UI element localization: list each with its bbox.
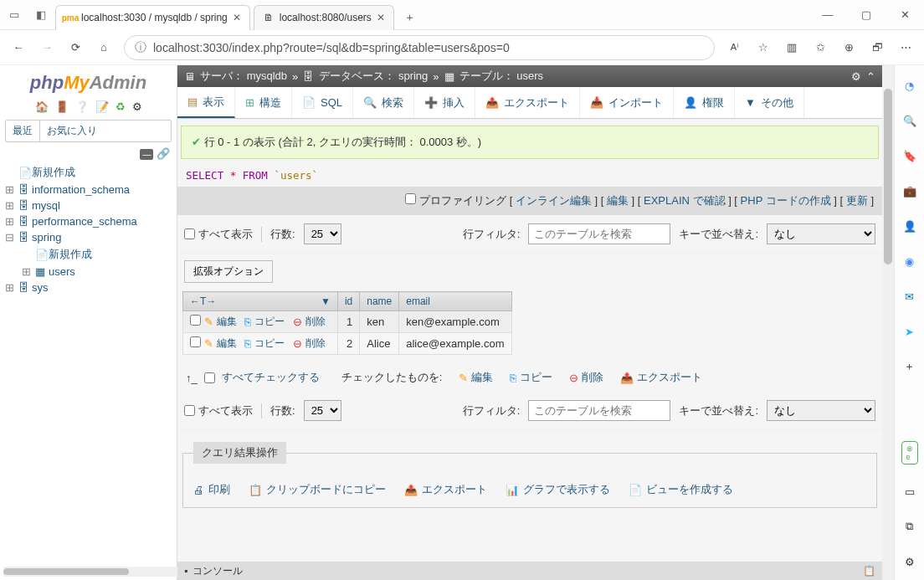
settings-icon[interactable]: ⚙ (132, 100, 142, 113)
row-edit[interactable]: 編集 (217, 315, 237, 329)
extensions-icon[interactable]: 🗗 (869, 39, 886, 56)
split-screen-icon[interactable]: ▥ (783, 39, 800, 56)
refresh-button[interactable]: ⟳ (67, 39, 84, 56)
send-icon[interactable]: ➤ (901, 323, 918, 340)
tab-insert[interactable]: ➕挿入 (414, 87, 475, 118)
tree-spring-users[interactable]: ⊞▦users (18, 264, 175, 280)
inline-edit-link[interactable]: インライン編集 (516, 194, 592, 207)
outlook-icon[interactable]: ✉ (901, 288, 918, 305)
row-copy[interactable]: コピー (254, 315, 285, 329)
qr-export[interactable]: 📤エクスポート (404, 482, 487, 497)
close-icon[interactable]: ✕ (377, 12, 385, 23)
more-icon[interactable]: ⋯ (897, 39, 914, 56)
back-button[interactable]: ← (10, 39, 27, 56)
tree-spring-new[interactable]: 📄新規作成 (18, 245, 175, 264)
sidebar-link-icon[interactable]: ⧉ (901, 518, 918, 535)
search-table-input[interactable] (528, 223, 670, 244)
explain-link[interactable]: EXPLAIN で確認 (644, 194, 726, 207)
phpcode-link[interactable]: PHP コードの作成 (741, 194, 831, 207)
col-id[interactable]: id (337, 292, 359, 311)
tab-more[interactable]: ▼その他 (735, 87, 804, 118)
bulk-delete[interactable]: 削除 (582, 370, 603, 385)
tree-new[interactable]: 📄新規作成 (2, 163, 175, 182)
new-tab-button[interactable]: ＋ (398, 5, 423, 30)
tree-mysql[interactable]: ⊞🗄mysql (2, 198, 175, 213)
search-table-input[interactable] (528, 400, 670, 421)
logout-icon[interactable]: 🚪 (55, 100, 69, 113)
qr-clipboard[interactable]: 📋クリップボードにコピー (249, 482, 386, 497)
settings-icon[interactable]: ⚙ (901, 553, 918, 570)
collapse-icon[interactable]: — (140, 149, 153, 160)
tools-icon[interactable]: 💼 (901, 182, 918, 199)
row-edit[interactable]: 編集 (217, 336, 237, 351)
row-delete[interactable]: 削除 (305, 315, 326, 329)
url-bar[interactable]: ⓘ localhost:3030/index.php?route=/sql&db… (124, 35, 715, 60)
sort-select[interactable]: なし (767, 223, 875, 244)
tree-sys[interactable]: ⊞🗄sys (2, 280, 175, 295)
close-window-button[interactable]: ✕ (886, 0, 924, 30)
favorite-tab[interactable]: お気に入り (40, 121, 104, 141)
tab-import[interactable]: 📥インポート (580, 87, 674, 118)
tab-search[interactable]: 🔍検索 (353, 87, 414, 118)
row-copy[interactable]: コピー (254, 336, 285, 351)
games-icon[interactable]: 👤 (901, 218, 918, 234)
tree-spring[interactable]: ⊟🗄spring (2, 229, 175, 245)
maximize-button[interactable]: ▢ (847, 0, 886, 30)
showall-checkbox[interactable] (184, 405, 195, 416)
copilot-icon[interactable]: ◔ (901, 77, 918, 94)
reload-icon[interactable]: ♻ (116, 100, 126, 113)
bulk-edit[interactable]: 編集 (471, 370, 493, 385)
pma-logo[interactable]: phpMyAdmin (0, 65, 177, 97)
tab-export[interactable]: 📤エクスポート (475, 87, 580, 118)
browser-tab-1[interactable]: pma localhost:3030 / mysqldb / spring ✕ (55, 5, 250, 30)
add-sidebar-icon[interactable]: ＋ (901, 358, 918, 375)
row-checkbox[interactable] (190, 315, 201, 326)
tab-sql[interactable]: 📄SQL (292, 87, 353, 118)
tab-privileges[interactable]: 👤権限 (674, 87, 735, 118)
console-settings-icon[interactable]: 📋 (863, 565, 875, 577)
qr-print[interactable]: 🖨印刷 (193, 482, 230, 497)
home-button[interactable]: ⌂ (95, 39, 112, 56)
collections-icon[interactable]: ⊕ (840, 39, 857, 56)
browser-tab-2[interactable]: 🗎 localhost:8080/users ✕ (254, 5, 394, 30)
hide-sidebar-icon[interactable]: ▭ (901, 483, 918, 500)
favorite-icon[interactable]: ☆ (755, 39, 772, 56)
shopping-icon[interactable]: 🔖 (901, 147, 918, 164)
minimize-button[interactable]: — (808, 0, 847, 30)
read-aloud-icon[interactable]: A⁾ (726, 39, 743, 56)
performance-icon[interactable]: ⊗e (901, 441, 918, 465)
home-icon[interactable]: 🏠 (35, 100, 49, 113)
gear-icon[interactable]: ⚙ (851, 70, 861, 83)
search-icon[interactable]: 🔍 (901, 112, 918, 129)
m365-icon[interactable]: ◉ (901, 253, 918, 269)
recent-tab[interactable]: 最近 (6, 121, 40, 141)
favorites-icon[interactable]: ✩ (812, 39, 829, 56)
collapse-top-icon[interactable]: ⌃ (866, 70, 875, 83)
qr-chart[interactable]: 📊グラフで表示する (506, 482, 610, 497)
rows-select[interactable]: 25 (304, 400, 341, 421)
site-info-icon[interactable]: ⓘ (135, 40, 146, 55)
refresh-link[interactable]: 更新 (846, 194, 868, 207)
close-icon[interactable]: ✕ (233, 12, 241, 23)
col-t[interactable]: ←T→ ▼ (183, 292, 338, 311)
docs-icon[interactable]: ❔ (75, 100, 89, 113)
sort-select[interactable]: なし (767, 400, 875, 421)
console-bar[interactable]: ▪ コンソール 📋 (177, 562, 882, 580)
tree-information-schema[interactable]: ⊞🗄information_schema (2, 182, 175, 198)
vertical-scrollbar[interactable] (882, 65, 894, 580)
sidebar-toggle-icon[interactable]: ◧ (33, 8, 49, 23)
bulk-copy[interactable]: コピー (520, 370, 552, 385)
row-checkbox[interactable] (190, 336, 201, 347)
tab-browse[interactable]: ▤表示 (177, 87, 235, 118)
qr-view[interactable]: 📄ビューを作成する (629, 482, 733, 497)
row-delete[interactable]: 削除 (305, 336, 326, 351)
rows-select[interactable]: 25 (304, 223, 341, 244)
tab-structure[interactable]: ⊞構造 (235, 87, 292, 118)
sql-icon[interactable]: 📝 (95, 100, 109, 113)
col-email[interactable]: email (399, 292, 511, 311)
horizontal-scrollbar[interactable] (3, 567, 177, 577)
bc-db[interactable]: データベース： spring (319, 69, 428, 84)
link-icon[interactable]: 🔗 (157, 147, 170, 160)
checkall-checkbox[interactable] (204, 372, 215, 383)
showall-checkbox[interactable] (184, 228, 195, 239)
